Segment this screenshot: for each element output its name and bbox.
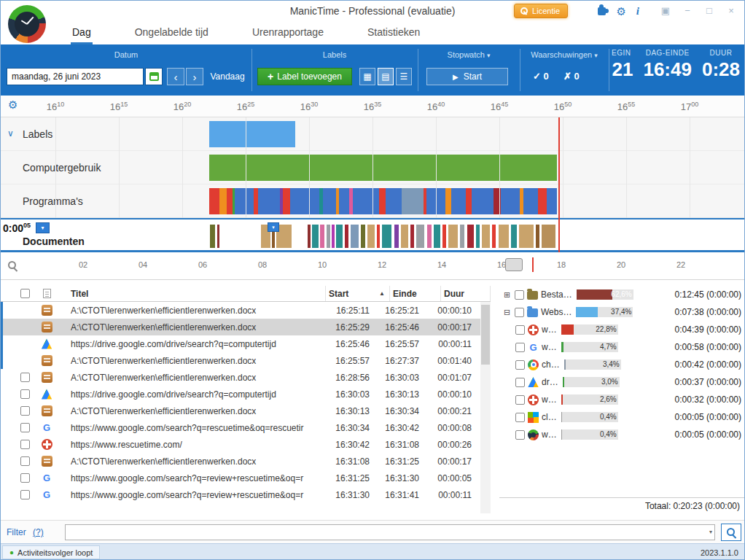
info-icon[interactable]: i: [636, 5, 639, 18]
document-segment[interactable]: [394, 225, 399, 248]
document-segment[interactable]: [442, 225, 446, 248]
row-checkbox[interactable]: [20, 440, 30, 449]
document-segment[interactable]: [320, 225, 324, 248]
selection-dropdown-button[interactable]: ▾: [36, 222, 50, 233]
row-checkbox[interactable]: [20, 473, 30, 483]
row-checkbox[interactable]: [20, 490, 30, 499]
program-segment[interactable]: [466, 188, 472, 214]
document-segment[interactable]: [542, 225, 555, 248]
summary-row[interactable]: w…0,4%0:00:05 (0:00:00): [499, 426, 745, 443]
summary-row[interactable]: ⊟Webs…37,4%0:07:38 (0:00:00): [499, 303, 745, 321]
program-segment[interactable]: [353, 188, 379, 214]
collapse-labels-icon[interactable]: ∨: [7, 128, 14, 139]
table-row[interactable]: A:\CTOT\lerenwerken\efficientlerenwerken…: [1, 369, 480, 386]
row-checkbox[interactable]: [20, 423, 30, 432]
document-segment[interactable]: [351, 225, 359, 248]
program-segment[interactable]: [323, 188, 336, 214]
table-row[interactable]: A:\CTOT\lerenwerken\efficientlerenwerken…: [1, 453, 480, 470]
timeline-settings-gear-icon[interactable]: ⚙: [8, 99, 17, 110]
view-detailed-list-button[interactable]: ▤: [378, 68, 394, 85]
document-segment[interactable]: [312, 225, 319, 248]
program-segment[interactable]: [547, 188, 557, 214]
calendar-button[interactable]: [145, 68, 163, 85]
summary-checkbox[interactable]: [515, 378, 525, 387]
program-segment[interactable]: [339, 188, 349, 214]
document-segment[interactable]: [217, 225, 219, 248]
summary-row[interactable]: Gw…4,7%0:00:58 (0:00:00): [499, 338, 745, 356]
stopwatch-start-button[interactable]: ▶ Start: [426, 68, 508, 85]
summary-row[interactable]: w…2,6%0:00:32 (0:00:00): [499, 391, 745, 408]
document-segment[interactable]: [499, 225, 509, 248]
document-segment[interactable]: [361, 225, 365, 248]
view-compact-list-button[interactable]: ☰: [396, 68, 412, 85]
previous-day-button[interactable]: ‹: [167, 68, 184, 85]
license-button[interactable]: Licentie: [514, 4, 568, 18]
tab-ongelabelde-tijd[interactable]: Ongelabelde tijd: [133, 21, 210, 44]
program-segment[interactable]: [219, 188, 227, 214]
summary-row[interactable]: w…22,8%0:04:39 (0:00:00): [499, 321, 745, 338]
table-row[interactable]: Ghttps://www.google.com/search?q=review+…: [1, 470, 480, 486]
filter-search-button[interactable]: [721, 524, 741, 541]
day-overview-strip[interactable]: 0204060810121416182022: [1, 252, 744, 280]
table-row[interactable]: A:\CTOT\lerenwerken\efficientlerenwerken…: [1, 352, 480, 369]
document-segment[interactable]: [519, 225, 534, 248]
computer-usage-bar[interactable]: [209, 155, 557, 181]
summary-checkbox[interactable]: [515, 430, 525, 440]
table-row[interactable]: A:\CTOT\lerenwerken\efficientlerenwerken…: [1, 319, 480, 335]
next-day-button[interactable]: ›: [186, 68, 203, 85]
summary-checkbox[interactable]: [515, 290, 524, 300]
column-header-einde[interactable]: Einde: [390, 286, 441, 301]
document-segment[interactable]: [336, 225, 343, 248]
program-segment[interactable]: [501, 188, 520, 214]
program-segment[interactable]: [472, 188, 494, 214]
document-segment[interactable]: [434, 225, 440, 248]
program-segment[interactable]: [283, 188, 290, 214]
expander-icon[interactable]: ⊞: [502, 290, 512, 300]
summary-row[interactable]: ch…3,4%0:00:42 (0:00:00): [499, 356, 745, 373]
today-button[interactable]: Vandaag: [206, 68, 249, 85]
document-segment[interactable]: [476, 225, 480, 248]
table-row[interactable]: https://drive.google.com/drive/search?q=…: [1, 335, 480, 352]
tab-statistieken[interactable]: Statistieken: [366, 21, 421, 44]
select-all-checkbox[interactable]: [20, 289, 30, 298]
documents-selection-band[interactable]: 0:0005 ▾ ▾ Documenten: [1, 218, 744, 252]
document-segment[interactable]: [511, 225, 517, 248]
summary-checkbox[interactable]: [515, 413, 525, 422]
pin-window-button[interactable]: ▣: [657, 4, 674, 17]
column-header-duur[interactable]: Duur: [441, 286, 491, 301]
document-segment[interactable]: [536, 225, 539, 248]
table-row[interactable]: Ghttps://www.google.com/search?q=review+…: [1, 486, 480, 503]
overview-range-handle[interactable]: [505, 258, 523, 271]
document-segment[interactable]: [492, 225, 496, 248]
program-segment[interactable]: [209, 188, 219, 214]
document-segment[interactable]: [308, 225, 311, 248]
program-segment[interactable]: [538, 188, 547, 214]
close-button[interactable]: ×: [722, 4, 740, 17]
program-segment[interactable]: [290, 188, 319, 214]
summary-checkbox[interactable]: [515, 343, 525, 352]
program-segment[interactable]: [258, 188, 280, 214]
summary-checkbox[interactable]: [515, 395, 525, 405]
document-segment[interactable]: [482, 225, 490, 248]
settings-gear-icon[interactable]: ⚙: [616, 6, 625, 17]
column-header-titel[interactable]: Titel: [58, 286, 326, 301]
program-segment[interactable]: [379, 188, 385, 214]
document-segment[interactable]: [377, 225, 380, 248]
date-input[interactable]: [7, 68, 144, 85]
table-row[interactable]: Ghttps://www.google.com/search?q=rescuet…: [1, 419, 480, 436]
program-segment[interactable]: [523, 188, 538, 214]
column-header-start[interactable]: Start ▲: [326, 286, 390, 301]
document-segment[interactable]: [467, 225, 474, 248]
row-checkbox[interactable]: [20, 373, 30, 382]
document-segment[interactable]: [382, 225, 391, 248]
program-segment[interactable]: [445, 188, 451, 214]
plugins-icon[interactable]: [598, 7, 606, 15]
document-segment[interactable]: [210, 225, 215, 248]
summary-row[interactable]: dr…3,0%0:00:37 (0:00:00): [499, 373, 745, 391]
summary-checkbox[interactable]: [515, 308, 524, 317]
labels-activity-bar[interactable]: [209, 121, 295, 147]
row-checkbox[interactable]: [20, 389, 30, 399]
summary-checkbox[interactable]: [515, 325, 525, 335]
table-row[interactable]: https://drive.google.com/drive/search?q=…: [1, 386, 480, 402]
program-segment[interactable]: [386, 188, 402, 214]
